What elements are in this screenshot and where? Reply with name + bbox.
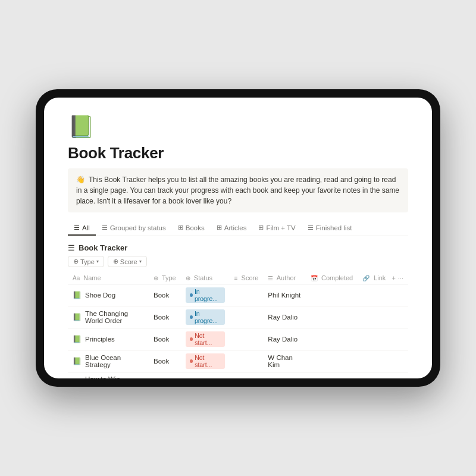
col-type-label: Type <box>162 274 176 281</box>
cell-score-1 <box>230 306 264 328</box>
filter-score-icon: ⊕ <box>113 258 118 265</box>
cell-score-0 <box>230 284 264 306</box>
cell-name-2: 📗 Principles <box>68 328 149 350</box>
cell-status-2: Not start... <box>181 328 230 350</box>
col-type-icon: ⊕ <box>154 275 158 281</box>
col-author-icon: ☰ <box>268 275 273 281</box>
table-row[interactable]: 📗 Blue Ocean Strategy Book Not start... … <box>68 350 408 372</box>
status-badge-3: Not start... <box>186 353 225 369</box>
cell-score-2 <box>230 328 264 350</box>
cell-author-0: Phil Knight <box>263 284 306 306</box>
description-emoji: 👋 <box>76 176 85 184</box>
cell-type-0: Book <box>149 284 181 306</box>
row-name-3: Blue Ocean Strategy <box>85 354 144 368</box>
cell-type-4: Book <box>149 372 181 379</box>
cell-link-4 <box>358 372 408 379</box>
cell-completed-3 <box>306 350 358 372</box>
tab-film-tv-icon: ⊞ <box>258 224 264 231</box>
table-row[interactable]: 📗 Shoe Dog Book In progre... Phil Knight <box>68 284 408 306</box>
col-score: ≡ Score <box>230 272 264 284</box>
tab-articles[interactable]: ⊞ Articles <box>211 221 253 236</box>
col-status: ⊕ Status <box>181 272 230 284</box>
col-link-icon: 🔗 <box>362 275 369 281</box>
filter-score-button[interactable]: ⊕ Score ▾ <box>108 256 147 267</box>
status-badge-2: Not start... <box>186 331 225 347</box>
tab-film-tv[interactable]: ⊞ Film + TV <box>252 221 301 236</box>
tab-finished-label: Finished list <box>316 224 352 231</box>
status-badge-0: In progre... <box>186 287 225 303</box>
page-icon: 📗 <box>68 114 408 139</box>
description-box: 👋This Book Tracker helps you to list all… <box>68 168 408 212</box>
filter-type-button[interactable]: ⊕ Type ▾ <box>68 256 104 267</box>
table-row[interactable]: 📗 Principles Book Not start... Ray Dalio <box>68 328 408 350</box>
cell-name-4: 📗 How to Win Friends & Influence People <box>68 372 149 379</box>
col-score-label: Score <box>242 274 259 281</box>
cell-type-1: Book <box>149 306 181 328</box>
row-icon-2: 📗 <box>73 335 82 343</box>
cell-type-2: Book <box>149 328 181 350</box>
notion-page: 📗 Book Tracker 👋This Book Tracker helps … <box>44 98 432 378</box>
status-dot-1 <box>190 315 193 319</box>
status-dot-3 <box>190 359 193 363</box>
tabs-bar: ☰ All ☰ Grouped by status ⊞ Books ⊞ Arti… <box>68 221 408 236</box>
col-name-label: Name <box>83 274 101 281</box>
tab-all-label: All <box>82 224 90 231</box>
tab-grouped-label: Grouped by status <box>110 224 166 231</box>
device-frame: 📗 Book Tracker 👋This Book Tracker helps … <box>36 89 440 387</box>
col-status-label: Status <box>194 274 212 281</box>
cell-score-3 <box>230 350 264 372</box>
tab-books-icon: ⊞ <box>178 224 183 231</box>
col-type: ⊕ Type <box>149 272 181 284</box>
cell-completed-1 <box>306 306 358 328</box>
cell-link-3 <box>358 350 408 372</box>
tab-film-tv-label: Film + TV <box>266 224 295 231</box>
filter-type-arrow: ▾ <box>96 259 99 264</box>
tab-articles-icon: ⊞ <box>217 224 222 231</box>
col-author: ☰ Author <box>263 272 306 284</box>
row-name-4: How to Win Friends & Influence People <box>85 375 144 378</box>
col-status-icon: ⊕ <box>186 275 190 281</box>
tab-finished-icon: ☰ <box>308 224 314 231</box>
tab-grouped-icon: ☰ <box>102 224 108 231</box>
col-score-icon: ≡ <box>234 275 238 281</box>
col-completed: 📅 Completed <box>306 272 358 284</box>
col-more-icon[interactable]: ··· <box>398 274 403 281</box>
cell-completed-0 <box>306 284 358 306</box>
table-row[interactable]: 📗 The Changing World Order Book In progr… <box>68 306 408 328</box>
tab-grouped[interactable]: ☰ Grouped by status <box>96 221 172 236</box>
cell-author-2: Ray Dalio <box>263 328 306 350</box>
cell-completed-4 <box>306 372 358 379</box>
status-badge-1: In progre... <box>186 309 225 325</box>
col-name: Aa Name <box>68 272 149 284</box>
row-name-2: Principles <box>85 336 115 343</box>
db-icon: ☰ <box>68 243 75 252</box>
col-add-icon[interactable]: + <box>392 274 395 281</box>
tab-books[interactable]: ⊞ Books <box>172 221 211 236</box>
description-text: This Book Tracker helps you to list all … <box>76 176 399 205</box>
col-completed-icon: 📅 <box>311 275 318 281</box>
row-name-1: The Changing World Order <box>85 310 144 324</box>
page-title: Book Tracker <box>68 144 408 162</box>
cell-author-3: W Chan Kim <box>263 350 306 372</box>
cell-type-3: Book <box>149 350 181 372</box>
filter-type-icon: ⊕ <box>73 258 79 265</box>
row-icon-0: 📗 <box>73 291 82 299</box>
tab-finished[interactable]: ☰ Finished list <box>302 221 358 236</box>
table-row[interactable]: 📗 How to Win Friends & Influence People … <box>68 372 408 379</box>
db-header: ☰ Book Tracker <box>68 243 408 252</box>
col-link: 🔗 Link + ··· <box>358 272 408 284</box>
tab-all[interactable]: ☰ All <box>68 221 96 236</box>
cell-author-1: Ray Dalio <box>263 306 306 328</box>
cell-author-4: Dale Carnegie <box>263 372 306 379</box>
cell-name-0: 📗 Shoe Dog <box>68 284 149 306</box>
cell-status-1: In progre... <box>181 306 230 328</box>
cell-name-3: 📗 Blue Ocean Strategy <box>68 350 149 372</box>
status-dot-2 <box>190 337 193 341</box>
cell-link-0 <box>358 284 408 306</box>
cell-status-4: Not start... <box>181 372 230 379</box>
table-header-row: Aa Name ⊕ Type ⊕ Status ≡ <box>68 272 408 284</box>
col-completed-label: Completed <box>321 274 353 281</box>
col-author-label: Author <box>277 274 296 281</box>
cell-completed-2 <box>306 328 358 350</box>
screen: 📗 Book Tracker 👋This Book Tracker helps … <box>44 98 432 378</box>
